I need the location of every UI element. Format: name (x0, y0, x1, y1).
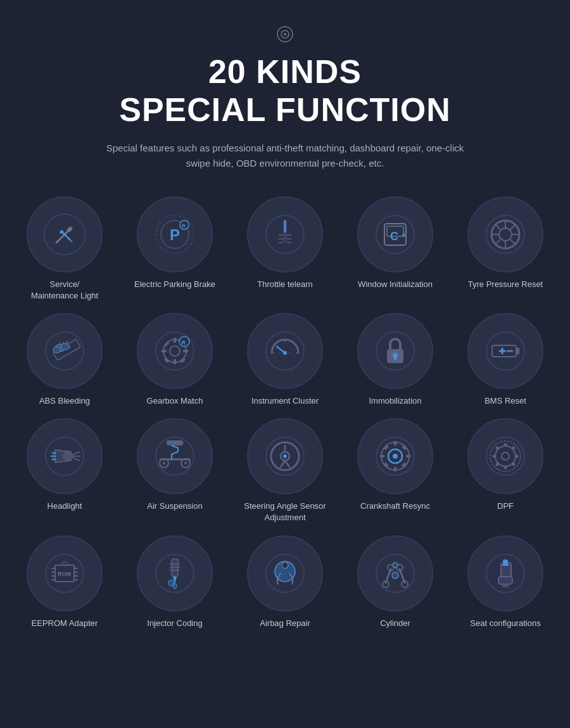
svg-text:C: C (390, 230, 398, 243)
svg-rect-96 (394, 467, 396, 471)
feature-label-abs: ABS Bleeding (39, 395, 90, 407)
list-item: P R Electric Parking Brake (123, 196, 227, 302)
svg-rect-147 (498, 577, 512, 584)
feature-icon-cylinder (357, 535, 433, 611)
svg-rect-102 (402, 463, 407, 468)
svg-point-108 (502, 452, 509, 460)
svg-point-104 (393, 454, 398, 459)
svg-text:ROM: ROM (58, 571, 71, 577)
feature-icon-dpf (467, 418, 543, 494)
list-item: Injector Coding (123, 535, 227, 629)
svg-rect-129 (172, 559, 178, 577)
feature-label-eeprom: EEPROM Adapter (32, 618, 98, 629)
feature-label-immob: Immobilization (369, 395, 421, 407)
list-item: Instrument Cluster (233, 313, 337, 407)
feature-icon-eeprom: ROM (27, 535, 103, 611)
svg-line-90 (281, 461, 285, 467)
svg-rect-150 (502, 564, 509, 566)
list-item: Headlight (13, 418, 117, 523)
svg-line-38 (66, 340, 68, 343)
svg-point-112 (516, 455, 519, 458)
feature-icon-airsusp (137, 418, 213, 494)
list-item: ROM EEPROM Adapter (13, 535, 117, 629)
feature-label-service: Service/Maintenance Light (31, 279, 98, 302)
svg-point-84 (184, 462, 187, 464)
svg-line-31 (510, 239, 516, 245)
list-item: Airbag Repair (233, 535, 337, 629)
svg-point-115 (512, 447, 516, 450)
svg-point-109 (504, 444, 507, 447)
feature-label-seat: Seat configurations (470, 618, 540, 629)
svg-point-111 (493, 455, 496, 458)
svg-rect-101 (384, 463, 389, 468)
list-item: Throttle telearn (233, 196, 337, 302)
feature-label-dpf: DPF (497, 501, 514, 512)
svg-point-2 (284, 33, 286, 35)
svg-point-110 (504, 466, 507, 469)
svg-rect-47 (162, 350, 167, 352)
svg-rect-85 (167, 440, 183, 445)
svg-rect-148 (502, 584, 509, 587)
feature-icon-epb: P R (137, 196, 213, 272)
svg-rect-46 (174, 359, 176, 364)
feature-icon-gearbox: R (137, 313, 213, 389)
list-item: Service/Maintenance Light (13, 196, 117, 302)
list-item: Crankshaft Resync (343, 418, 447, 523)
svg-point-143 (392, 572, 398, 578)
feature-label-gearbox: Gearbox Match (147, 395, 203, 407)
feature-icon-cluster (247, 313, 323, 389)
svg-text:R: R (182, 339, 186, 345)
feature-label-cluster: Instrument Cluster (251, 395, 319, 407)
svg-point-137 (282, 562, 288, 568)
list-item: BMS Reset (453, 313, 557, 407)
svg-line-30 (495, 224, 500, 229)
svg-point-40 (61, 343, 70, 350)
svg-point-113 (496, 447, 499, 450)
list-item: C Window Initialization (343, 196, 447, 302)
svg-point-105 (486, 437, 524, 475)
list-item: Seat configurations (453, 535, 557, 629)
feature-icon-bms (467, 313, 543, 389)
feature-icon-window: C (357, 196, 433, 272)
target-icon (276, 25, 294, 43)
svg-rect-149 (503, 559, 508, 564)
list-item: Air Suspension (123, 418, 227, 523)
feature-icon-abs (27, 313, 103, 389)
svg-line-33 (495, 239, 500, 245)
feature-icon-service (27, 196, 103, 272)
list-item: Steering Angle Sensor Adjustment (233, 418, 337, 523)
svg-rect-98 (406, 455, 410, 457)
page-title: 20 KINDS SPECIAL FUNCTION (119, 53, 451, 129)
svg-line-75 (72, 457, 79, 461)
list-item: DPF (453, 418, 557, 523)
feature-label-crank: Crankshaft Resync (360, 501, 430, 512)
svg-point-92 (283, 454, 287, 458)
feature-label-bms: BMS Reset (484, 395, 526, 407)
feature-icon-throttle (247, 196, 323, 272)
list-item: R Gearbox Match (123, 313, 227, 407)
list-item: ABS Bleeding (13, 313, 117, 407)
svg-point-114 (512, 463, 516, 466)
svg-point-107 (495, 446, 516, 466)
feature-label-epb: Electric Parking Brake (134, 279, 215, 290)
svg-rect-12 (284, 220, 286, 233)
svg-line-32 (510, 224, 516, 229)
feature-icon-crank (357, 418, 433, 494)
svg-line-73 (72, 452, 79, 455)
feature-icon-injector (137, 535, 213, 611)
svg-point-116 (496, 463, 499, 466)
svg-text:P: P (170, 226, 180, 243)
feature-label-injector: Injector Coding (147, 618, 202, 629)
svg-point-131 (173, 584, 177, 589)
svg-rect-45 (174, 338, 176, 343)
svg-point-41 (53, 347, 61, 353)
svg-rect-97 (380, 455, 384, 457)
feature-label-airsusp: Air Suspension (147, 501, 202, 512)
feature-label-tyre: Tyre Pressure Reset (468, 279, 543, 290)
feature-icon-headlight (27, 418, 103, 494)
feature-icon-seat (467, 535, 543, 611)
svg-point-72 (63, 452, 72, 461)
svg-point-82 (163, 462, 165, 464)
feature-icon-tyre (467, 196, 543, 272)
feature-label-window: Window Initialization (358, 279, 433, 290)
